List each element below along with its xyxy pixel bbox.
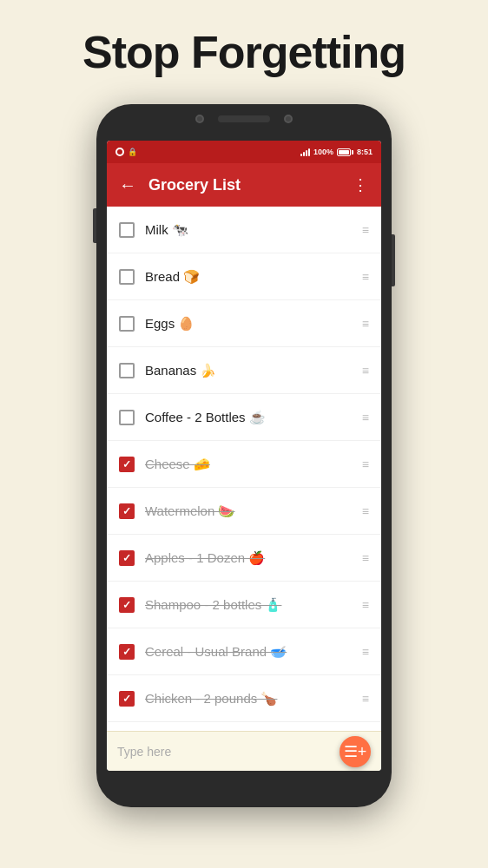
list-item: Milk 🐄 ≡ — [107, 207, 381, 253]
drag-handle-10[interactable]: ≡ — [362, 645, 369, 659]
drag-handle-9[interactable]: ≡ — [362, 598, 369, 612]
item-checkbox-6[interactable] — [119, 457, 135, 472]
grocery-list: Milk 🐄 ≡ Bread 🍞 ≡ Eggs 🥚 ≡ — [107, 207, 381, 731]
add-item-button[interactable]: ☰+ — [340, 736, 371, 767]
list-item: Shampoo - 2 bottles 🧴 ≡ — [107, 582, 381, 628]
back-button[interactable]: ← — [119, 175, 136, 195]
item-checkbox-2[interactable] — [119, 269, 135, 285]
item-label-10: Cereal - Usual Brand 🥣 — [145, 644, 355, 660]
drag-handle-1[interactable]: ≡ — [362, 223, 369, 237]
phone-camera-2 — [284, 115, 293, 123]
item-label-2: Bread 🍞 — [145, 269, 355, 285]
item-label-6: Cheese 🧀 — [145, 457, 355, 472]
list-item: Bread 🍞 ≡ — [107, 253, 381, 300]
type-here-placeholder[interactable]: Type here — [117, 745, 340, 759]
list-item: Apples - 1 Dozen 🍎 ≡ — [107, 535, 381, 582]
phone-top-bar — [195, 115, 293, 123]
item-checkbox-5[interactable] — [119, 410, 135, 425]
drag-handle-3[interactable]: ≡ — [362, 317, 369, 331]
list-item: Cheese 🧀 ≡ — [107, 441, 381, 488]
status-circle-icon — [115, 148, 124, 156]
item-label-8: Apples - 1 Dozen 🍎 — [145, 550, 355, 566]
item-checkbox-3[interactable] — [119, 316, 135, 332]
item-checkbox-11[interactable] — [119, 691, 135, 707]
drag-handle-4[interactable]: ≡ — [362, 364, 369, 378]
status-time: 8:51 — [357, 148, 373, 156]
phone-power-button — [392, 234, 395, 286]
list-item: Coffee - 2 Bottles ☕ ≡ — [107, 394, 381, 441]
phone-volume-button — [93, 208, 96, 243]
item-label-7: Watermelon 🍉 — [145, 503, 355, 519]
drag-handle-11[interactable]: ≡ — [362, 692, 369, 706]
item-label-9: Shampoo - 2 bottles 🧴 — [145, 597, 355, 613]
phone-device: 🔒 100% 8:51 — [96, 104, 392, 807]
item-label-1: Milk 🐄 — [145, 222, 355, 238]
status-right: 100% 8:51 — [300, 148, 373, 156]
phone-frame: 🔒 100% 8:51 — [96, 104, 392, 807]
list-item: Eggs 🥚 ≡ — [107, 300, 381, 347]
status-bar: 🔒 100% 8:51 — [107, 141, 381, 163]
list-item: Cereal - Usual Brand 🥣 ≡ — [107, 628, 381, 675]
item-label-11: Chicken - 2 pounds 🍗 — [145, 691, 355, 707]
add-icon: ☰+ — [344, 742, 367, 761]
phone-speaker — [218, 115, 270, 122]
drag-handle-7[interactable]: ≡ — [362, 504, 369, 518]
item-checkbox-4[interactable] — [119, 363, 135, 378]
item-checkbox-9[interactable] — [119, 597, 135, 613]
drag-handle-2[interactable]: ≡ — [362, 270, 369, 284]
drag-handle-8[interactable]: ≡ — [362, 551, 369, 565]
phone-screen: 🔒 100% 8:51 — [107, 141, 381, 771]
item-checkbox-1[interactable] — [119, 222, 135, 238]
item-label-3: Eggs 🥚 — [145, 316, 355, 332]
bottom-input-bar: Type here ☰+ — [107, 731, 381, 771]
app-bar-title: Grocery List — [148, 176, 353, 194]
item-checkbox-10[interactable] — [119, 644, 135, 660]
item-checkbox-8[interactable] — [119, 550, 135, 566]
status-lock-icon: 🔒 — [128, 148, 137, 156]
drag-handle-6[interactable]: ≡ — [362, 457, 369, 471]
page-headline: Stop Forgetting — [82, 26, 406, 78]
status-left: 🔒 — [115, 148, 137, 156]
phone-camera — [195, 115, 204, 123]
overflow-menu-button[interactable]: ⋮ — [353, 175, 369, 194]
drag-handle-5[interactable]: ≡ — [362, 411, 369, 424]
battery-icon — [337, 148, 353, 156]
app-bar: ← Grocery List ⋮ — [107, 163, 381, 207]
list-item: Chicken - 2 pounds 🍗 ≡ — [107, 675, 381, 722]
list-item: Watermelon 🍉 ≡ — [107, 488, 381, 535]
item-label-4: Bananas 🍌 — [145, 363, 355, 378]
list-item: Bananas 🍌 ≡ — [107, 347, 381, 394]
signal-icon — [300, 148, 310, 156]
item-checkbox-7[interactable] — [119, 503, 135, 519]
battery-percent: 100% — [313, 148, 333, 156]
item-label-5: Coffee - 2 Bottles ☕ — [145, 410, 355, 425]
